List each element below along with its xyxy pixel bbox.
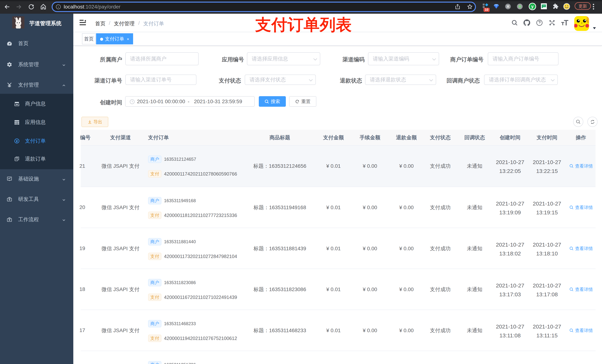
svg-text:y: y bbox=[531, 4, 534, 9]
svg-text:⌘: ⌘ bbox=[506, 5, 510, 9]
